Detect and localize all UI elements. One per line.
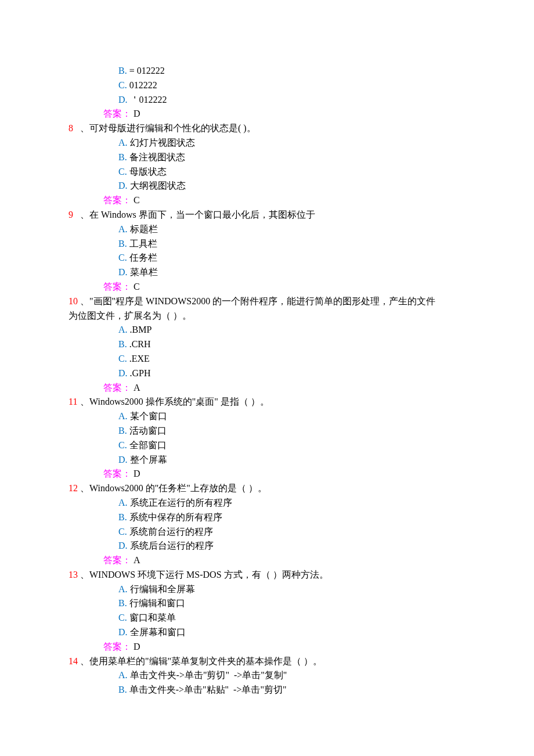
option-letter: B. xyxy=(118,426,129,435)
option-letter: A. xyxy=(118,411,130,421)
option-letter: C. xyxy=(118,80,129,90)
question-number: 10 xyxy=(68,294,80,309)
option-letter: A. xyxy=(118,325,130,334)
question-number: 14 xyxy=(68,654,80,669)
q9-option-a: A. 标题栏 xyxy=(68,222,464,237)
question-number: 9 xyxy=(68,208,80,222)
document-page: B. = 012222 C. 012222 D. ＇012222 答案： D 8… xyxy=(0,0,534,756)
option-letter: B. xyxy=(118,339,129,349)
q8-stem: 8、 可对母版进行编辑和个性化的状态是( )。 xyxy=(68,121,464,136)
option-text: 系统中保存的所有程序 xyxy=(129,512,222,522)
answer-value: C xyxy=(134,195,140,205)
option-letter: B. xyxy=(118,685,129,694)
q11-option-b: B. 活动窗口 xyxy=(68,424,464,438)
option-text: = 012222 xyxy=(129,66,165,75)
question-number: 8 xyxy=(68,121,80,136)
option-text: .EXE xyxy=(129,354,150,363)
q11-stem: 11、 Windows2000 操作系统的"桌面" 是指（ ）。 xyxy=(68,395,464,409)
option-text: 某个窗口 xyxy=(130,411,167,421)
separator: 、 xyxy=(80,654,89,669)
q14-option-b: B. 单击文件夹->单击"粘贴" ->单击"剪切" xyxy=(68,683,464,697)
option-letter: A. xyxy=(118,498,130,507)
separator: 、 xyxy=(80,294,89,309)
answer-label: 答案： xyxy=(103,469,131,478)
option-text: 行编辑和全屏幕 xyxy=(130,584,195,594)
q14-stem: 14、 使用菜单栏的"编辑"菜单复制文件夹的基本操作是（ ）。 xyxy=(68,654,464,669)
option-letter: D. xyxy=(118,267,130,277)
option-text: 任务栏 xyxy=(129,253,157,262)
option-text: 012222 xyxy=(129,80,157,90)
option-text: 幻灯片视图状态 xyxy=(130,138,195,147)
question-text: Windows2000 的"任务栏"上存放的是（ ）。 xyxy=(89,481,267,496)
option-letter: C. xyxy=(118,253,129,262)
q13-option-b: B. 行编辑和窗口 xyxy=(68,596,464,611)
option-text: 单击文件夹->单击"粘贴" ->单击"剪切" xyxy=(129,685,287,694)
q10-stem-line1: 10、 "画图"程序是 WINDOWS2000 的一个附件程序，能进行简单的图形… xyxy=(68,294,464,309)
option-letter: A. xyxy=(118,584,130,594)
q8-answer: 答案： C xyxy=(68,193,464,208)
answer-label: 答案： xyxy=(103,555,131,565)
option-text: 全屏幕和窗口 xyxy=(130,627,186,637)
q11-option-c: C. 全部窗口 xyxy=(68,438,464,453)
option-text: 活动窗口 xyxy=(129,426,167,435)
option-letter: C. xyxy=(118,354,129,363)
answer-value: D xyxy=(134,469,140,478)
q13-answer: 答案： D xyxy=(68,640,464,654)
option-text: .GPH xyxy=(130,368,151,378)
separator: 、 xyxy=(80,208,89,222)
option-letter: B. xyxy=(118,598,129,608)
question-number: 11 xyxy=(68,395,80,409)
option-letter: D. xyxy=(118,455,130,465)
q12-option-c: C. 系统前台运行的程序 xyxy=(68,525,464,539)
q10-answer: 答案： A xyxy=(68,381,464,395)
option-letter: B. xyxy=(118,66,129,75)
option-text: 单击文件夹->单击"剪切" ->单击"复制" xyxy=(130,670,287,680)
q12-answer: 答案： A xyxy=(68,553,464,568)
option-letter: A. xyxy=(118,224,130,234)
q12-option-a: A. 系统正在运行的所有程序 xyxy=(68,496,464,510)
option-text: 系统前台运行的程序 xyxy=(129,527,213,537)
option-text: 大纲视图状态 xyxy=(130,181,186,190)
answer-label: 答案： xyxy=(103,109,131,118)
answer-value: D xyxy=(134,109,140,118)
question-text: 在 Windows 界面下，当一个窗口最小化后，其图标位于 xyxy=(89,208,315,222)
question-text: WINDOWS 环境下运行 MS-DOS 方式，有（ ）两种方法。 xyxy=(89,568,329,582)
q13-option-a: A. 行编辑和全屏幕 xyxy=(68,582,464,597)
answer-value: D xyxy=(134,642,140,651)
answer-value: A xyxy=(134,555,140,565)
option-letter: A. xyxy=(118,138,130,147)
answer-label: 答案： xyxy=(103,383,131,393)
q10-option-d: D. .GPH xyxy=(68,366,464,381)
option-letter: B. xyxy=(118,152,129,162)
option-text: ＇012222 xyxy=(130,95,167,105)
question-text: 使用菜单栏的"编辑"菜单复制文件夹的基本操作是（ ）。 xyxy=(89,654,322,669)
option-text: 标题栏 xyxy=(130,224,158,234)
option-letter: D. xyxy=(118,95,130,105)
q9-option-d: D. 菜单栏 xyxy=(68,265,464,280)
q11-answer: 答案： D xyxy=(68,467,464,481)
q9-option-b: B. 工具栏 xyxy=(68,237,464,251)
q8-option-a: A. 幻灯片视图状态 xyxy=(68,136,464,150)
question-text: 为位图文件，扩展名为（ ）。 xyxy=(68,311,192,321)
option-letter: C. xyxy=(118,613,129,622)
answer-value: C xyxy=(134,282,140,291)
q12-stem: 12、 Windows2000 的"任务栏"上存放的是（ ）。 xyxy=(68,481,464,496)
q14-option-a: A. 单击文件夹->单击"剪切" ->单击"复制" xyxy=(68,668,464,683)
q7-option-b: B. = 012222 xyxy=(68,64,464,78)
separator: 、 xyxy=(80,121,89,136)
q10-option-b: B. .CRH xyxy=(68,337,464,352)
option-text: .CRH xyxy=(129,339,151,349)
q10-option-c: C. .EXE xyxy=(68,352,464,366)
option-text: 菜单栏 xyxy=(130,267,158,277)
answer-label: 答案： xyxy=(103,195,131,205)
question-text: "画图"程序是 WINDOWS2000 的一个附件程序，能进行简单的图形处理，产… xyxy=(89,294,435,309)
q12-option-b: B. 系统中保存的所有程序 xyxy=(68,510,464,525)
q7-option-c: C. 012222 xyxy=(68,78,464,93)
option-text: 系统后台运行的程序 xyxy=(130,541,214,550)
option-letter: C. xyxy=(118,527,129,537)
q10-option-a: A. .BMP xyxy=(68,323,464,337)
option-text: .BMP xyxy=(130,325,152,334)
option-letter: D. xyxy=(118,368,130,378)
q13-option-d: D. 全屏幕和窗口 xyxy=(68,625,464,640)
separator: 、 xyxy=(80,395,89,409)
